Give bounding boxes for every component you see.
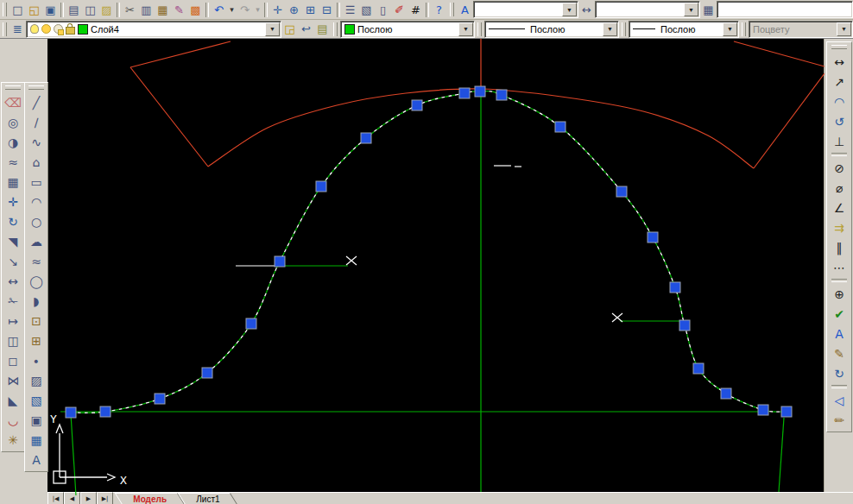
array-button[interactable]: ▦ [3,172,23,192]
arc-length-dimension-button[interactable]: ◠ [829,91,850,111]
layer-states-manager-button[interactable]: ▤ [314,21,331,37]
move-button[interactable]: ✛ [3,192,23,211]
polygon-button[interactable]: ⌂ [26,152,47,172]
plot-button[interactable]: ▤ [66,2,82,18]
layer-on-off-icon[interactable] [30,24,39,34]
revcloud-button[interactable]: ☁ [26,231,47,251]
pan-button[interactable]: ✛ [269,2,286,18]
break-button[interactable]: ◻ [3,350,23,370]
color-combo[interactable]: Послою ▼ [340,21,475,38]
layer-combo[interactable]: Слой4 ▼ [26,21,281,38]
lineweight-combo[interactable]: Послою ▼ [629,21,739,38]
region-button[interactable]: ▣ [26,410,47,430]
rectangle-button[interactable]: ▭ [26,172,47,192]
baseline-dimension-button[interactable]: ‖ [829,237,850,257]
construction-line-button[interactable]: ∕ [26,112,47,132]
lengthen-button[interactable]: ↔ [3,271,23,291]
lineweight-dropdown-arrow[interactable]: ▼ [723,22,737,36]
tolerance-button[interactable]: ◁ [829,390,850,410]
redo-button[interactable]: ↷ [237,2,253,18]
zoom-previous-button[interactable]: ⊟ [319,2,335,18]
layer-freeze-viewport-icon[interactable] [54,24,63,34]
match-properties-button[interactable]: ✎ [171,2,187,18]
color-dropdown-arrow[interactable]: ▼ [458,22,473,36]
polyline-button[interactable]: ∿ [26,132,47,152]
stretch-button[interactable]: ↘ [3,251,23,271]
copy-object-button[interactable]: ◎ [3,112,23,132]
dimension-inspect-button[interactable]: ✔ [829,304,850,324]
undo-button[interactable]: ↶ [211,2,227,18]
angular-dimension-button[interactable]: ∠ [829,198,850,217]
redo-menu-button[interactable]: ▾ [253,2,262,18]
layer-previous-button[interactable]: ↩ [298,21,314,37]
trim-button[interactable]: ✁ [3,291,23,311]
insert-block-button[interactable]: ⊡ [26,311,47,331]
draw-toolbar-grip[interactable] [28,85,44,90]
block-editor-button[interactable]: ▩ [187,2,204,18]
layer-properties-manager-button[interactable]: ≣ [9,21,26,37]
modify-toolbar-grip[interactable] [5,85,21,90]
open-button[interactable]: ◱ [26,2,42,18]
drawing-viewport[interactable] [47,39,825,492]
extend-button[interactable]: ↦ [3,311,23,331]
dimension-style-button[interactable]: ✏ [829,410,850,430]
table-style-combo[interactable] [717,1,853,18]
publish-button[interactable]: ▨ [98,2,115,18]
multiline-text-button[interactable]: A [26,450,47,469]
linetype-combo[interactable]: Послою ▼ [484,21,619,38]
ellipse-arc-button[interactable]: ◗ [26,291,47,311]
linear-dimension-button[interactable]: ↔ [829,52,850,72]
rotate-button[interactable]: ↻ [3,211,23,231]
text-style-button[interactable]: A [457,2,473,18]
dimension-update-button[interactable]: ↻ [829,363,850,383]
text-style-combo[interactable]: ▼ [473,1,578,18]
undo-menu-button[interactable]: ▾ [227,2,237,18]
dimension-text-edit-button[interactable]: A [829,324,850,343]
linetype-grip[interactable] [477,22,482,36]
zoom-window-button[interactable]: ⊞ [302,2,319,18]
dimension-style-button[interactable]: ↔ [578,2,595,18]
linetype-dropdown-arrow[interactable]: ▼ [603,22,617,36]
table-button[interactable]: ▦ [26,430,47,450]
quick-dimension-button[interactable]: ⇉ [829,217,850,237]
cut-button[interactable]: ✂ [122,2,138,18]
dimension-toolbar-grip[interactable] [831,45,847,49]
make-block-button[interactable]: ⊞ [26,331,47,350]
last-tab-button[interactable]: ▶| [97,492,113,504]
first-tab-button[interactable]: |◀ [47,492,64,504]
toolbar-grip[interactable] [3,3,7,16]
dim-style-combo[interactable]: ▼ [595,1,700,18]
next-tab-button[interactable]: ▶ [80,492,97,504]
make-object-layer-current-button[interactable]: ◲ [281,21,298,37]
ellipse-button[interactable]: ◯ [26,271,47,291]
text-style-dropdown-arrow[interactable]: ▼ [562,3,577,16]
spline-button[interactable]: ≈ [26,251,47,271]
scale-button[interactable]: ◥ [3,231,23,251]
tab-layout1[interactable]: Лист1 [177,493,237,504]
tool-palettes-button[interactable]: ▯ [375,2,391,18]
copy-button[interactable]: ▥ [138,2,155,18]
help-button[interactable]: ? [431,2,447,18]
dim-style-dropdown-arrow[interactable]: ▼ [684,3,698,16]
offset-button[interactable]: ≈ [3,152,23,172]
arc-button[interactable]: ◠ [26,192,47,211]
plot-preview-button[interactable]: ◫ [82,2,98,18]
point-button[interactable]: ∙ [26,350,47,370]
previous-tab-button[interactable]: ◀ [64,492,80,504]
break-at-point-button[interactable]: ◫ [3,331,23,350]
tab-model[interactable]: Модель [115,493,185,504]
layer-freeze-thaw-icon[interactable] [41,24,51,34]
styles-toolbar-grip[interactable] [450,3,454,16]
layer-lock-icon[interactable] [66,27,75,35]
new-button[interactable]: □ [9,2,26,18]
explode-button[interactable]: ✳ [3,430,23,450]
line-button[interactable]: ╱ [26,92,47,112]
design-center-button[interactable]: ▧ [358,2,375,18]
dimension-edit-button[interactable]: ✎ [829,343,850,363]
properties-toolbar-grip[interactable] [333,22,338,36]
continue-dimension-button[interactable]: ⋯ [829,257,850,277]
table-style-button[interactable]: ▦ [700,2,717,18]
lineweight-grip[interactable] [622,22,626,36]
gradient-button[interactable]: ▧ [26,390,47,410]
center-mark-button[interactable]: ⊕ [829,284,850,304]
